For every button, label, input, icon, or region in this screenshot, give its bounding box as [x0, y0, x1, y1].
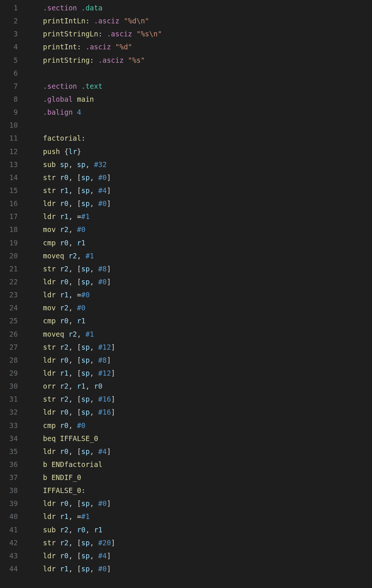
token-punc: ]: [107, 447, 111, 455]
code-area[interactable]: .section .data printIntLn: .asciz "%d\n"…: [26, 1, 372, 575]
code-line[interactable]: mov r2, #0: [26, 223, 368, 236]
code-line[interactable]: str r2, [sp, #8]: [26, 262, 368, 275]
token-reg: r2: [60, 395, 69, 403]
code-line[interactable]: ldr r0, [sp, #4]: [26, 445, 368, 458]
token-punc: [: [77, 565, 81, 573]
token-reg: r0: [60, 278, 69, 286]
token-reg: r1: [60, 369, 69, 377]
token-num: #4: [98, 186, 107, 195]
code-line[interactable]: printInt: .asciz "%d": [26, 40, 368, 53]
code-line[interactable]: ldr r1, [sp, #0]: [26, 562, 368, 575]
token-main: main: [77, 95, 94, 103]
token-reg: r0: [60, 239, 69, 247]
token-punc: ,: [68, 447, 72, 455]
token-reg: r2: [60, 382, 69, 390]
token-sec: .text: [81, 82, 102, 90]
token-label: factorial: [43, 134, 81, 142]
code-line[interactable]: b ENDfactorial: [26, 458, 368, 471]
code-line[interactable]: sub r2, r0, r1: [26, 523, 368, 536]
token-punc: [: [77, 265, 81, 273]
code-line[interactable]: sub sp, sp, #32: [26, 158, 368, 171]
token-reg: sp: [81, 173, 90, 182]
code-line[interactable]: .section .text: [26, 80, 368, 93]
code-line[interactable]: str r0, [sp, #0]: [26, 171, 368, 184]
line-number: 42: [4, 536, 18, 549]
line-number: 17: [4, 210, 18, 223]
code-line[interactable]: cmp r0, r1: [26, 236, 368, 249]
token-mn: push: [43, 147, 60, 156]
code-line[interactable]: b ENDIF_0: [26, 471, 368, 484]
code-line[interactable]: cmp r0, r1: [26, 314, 368, 327]
code-line[interactable]: printStringLn: .asciz "%s\n": [26, 27, 368, 40]
line-number: 41: [4, 523, 18, 536]
code-line[interactable]: ldr r0, [sp, #16]: [26, 406, 368, 419]
code-line[interactable]: .global main: [26, 93, 368, 106]
token-punc: ]: [111, 539, 115, 547]
token-punc: ,: [90, 173, 94, 182]
code-line[interactable]: str r2, [sp, #20]: [26, 536, 368, 549]
line-number: 3: [4, 27, 18, 40]
token-punc: ,: [68, 408, 72, 416]
code-line[interactable]: printString: .asciz "%s": [26, 54, 368, 67]
token-reg: sp: [81, 186, 90, 195]
token-punc: ]: [107, 199, 111, 208]
code-line[interactable]: ldr r1, =#1: [26, 210, 368, 223]
token-reg: r0: [60, 447, 69, 455]
code-line[interactable]: beq IFFALSE_0: [26, 432, 368, 445]
token-mn: str: [43, 395, 56, 403]
token-reg: r2: [60, 265, 69, 273]
token-num: #8: [98, 356, 107, 364]
code-line[interactable]: [26, 119, 368, 132]
code-line[interactable]: ldr r0, [sp, #8]: [26, 354, 368, 367]
token-mn: sub: [43, 160, 56, 169]
code-line[interactable]: ldr r0, [sp, #0]: [26, 197, 368, 210]
token-punc: [: [77, 278, 81, 286]
token-reg: r2: [60, 225, 69, 233]
line-number: 30: [4, 380, 18, 393]
code-line[interactable]: push {lr}: [26, 145, 368, 158]
line-number: 13: [4, 158, 18, 171]
token-punc: ]: [111, 369, 115, 377]
line-number: 21: [4, 262, 18, 275]
token-num: #12: [98, 343, 111, 351]
token-reg: r0: [77, 526, 85, 534]
code-line[interactable]: moveq r2, #1: [26, 249, 368, 262]
token-label: printIntLn: [43, 17, 85, 25]
code-line[interactable]: ldr r0, [sp, #0]: [26, 275, 368, 288]
code-line[interactable]: .balign 4: [26, 106, 368, 119]
code-line[interactable]: ldr r1, =#1: [26, 510, 368, 523]
code-line[interactable]: str r1, [sp, #4]: [26, 184, 368, 197]
code-line[interactable]: .section .data: [26, 1, 368, 14]
token-num: #16: [98, 408, 111, 416]
code-line[interactable]: [26, 67, 368, 80]
code-line[interactable]: ldr r0, [sp, #0]: [26, 497, 368, 510]
code-line[interactable]: factorial:: [26, 132, 368, 145]
token-reg: r0: [60, 408, 69, 416]
token-reg: r1: [60, 212, 69, 220]
token-punc: ,: [68, 160, 72, 169]
line-number: 43: [4, 549, 18, 562]
code-line[interactable]: ldr r0, [sp, #4]: [26, 549, 368, 562]
token-punc: ,: [68, 291, 72, 299]
code-line[interactable]: ldr r1, =#0: [26, 288, 368, 301]
token-dir: .asciz: [98, 56, 124, 64]
token-mn: cmp: [43, 317, 56, 325]
token-punc: :: [81, 486, 85, 494]
code-line[interactable]: mov r2, #0: [26, 301, 368, 314]
code-line[interactable]: ldr r1, [sp, #12]: [26, 367, 368, 380]
code-line[interactable]: IFFALSE_0:: [26, 484, 368, 497]
code-line[interactable]: printIntLn: .asciz "%d\n": [26, 14, 368, 27]
token-punc: ,: [68, 526, 72, 534]
token-str: "%d": [115, 43, 132, 51]
code-line[interactable]: str r2, [sp, #16]: [26, 393, 368, 406]
token-reg: sp: [81, 356, 90, 364]
code-line[interactable]: cmp r0, #0: [26, 419, 368, 432]
token-punc: ]: [107, 565, 111, 573]
code-line[interactable]: moveq r2, #1: [26, 328, 368, 341]
token-mn: mov: [43, 225, 56, 233]
code-line[interactable]: orr r2, r1, r0: [26, 380, 368, 393]
code-line[interactable]: str r2, [sp, #12]: [26, 341, 368, 354]
token-mn: ldr: [43, 552, 56, 560]
code-editor: 1234567891011121314151617181920212223242…: [0, 0, 372, 583]
token-reg: sp: [81, 199, 90, 208]
